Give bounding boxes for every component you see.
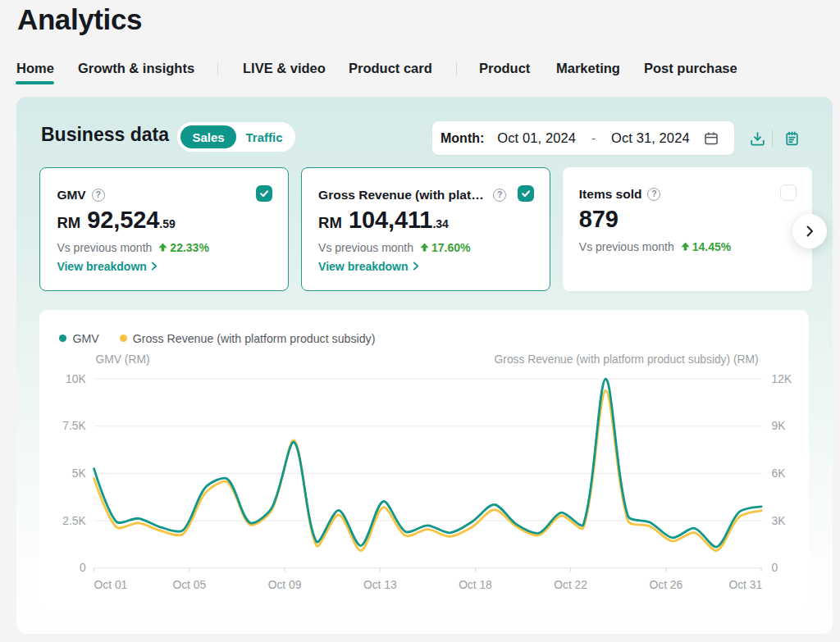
view-breakdown-label: View breakdown bbox=[318, 260, 408, 273]
line-chart: GMV (RM)Gross Revenue (with platform pro… bbox=[39, 310, 808, 610]
download-icon bbox=[750, 131, 765, 147]
calendar-icon bbox=[704, 131, 719, 146]
business-data-chart-card: GMV Gross Revenue (with platform product… bbox=[39, 310, 809, 610]
metric-checkbox-unchecked[interactable] bbox=[780, 184, 797, 201]
date-range-start: Oct 01, 2024 bbox=[497, 130, 576, 146]
date-range-picker[interactable]: Month: Oct 01, 2024 - Oct 31, 2024 bbox=[432, 121, 734, 155]
x-axis-label: Oct 22 bbox=[555, 578, 588, 590]
chevron-right-icon bbox=[803, 225, 816, 238]
left-axis-tick-label: 5K bbox=[72, 467, 87, 480]
currency-prefix: RM bbox=[57, 214, 80, 232]
header-icon-divider bbox=[772, 130, 773, 147]
help-icon[interactable]: ? bbox=[493, 189, 506, 202]
date-range-end: Oct 31, 2024 bbox=[611, 130, 690, 146]
metric-value-row: RM 104,411 .34 bbox=[318, 207, 449, 234]
vs-label: Vs previous month bbox=[318, 241, 413, 254]
report-button[interactable] bbox=[781, 128, 802, 149]
date-range-separator: - bbox=[591, 131, 596, 145]
view-breakdown-link[interactable]: View breakdown bbox=[57, 260, 157, 273]
report-icon bbox=[784, 131, 800, 147]
left-axis-tick-label: 7.5K bbox=[63, 420, 87, 432]
metric-value-decimals: .59 bbox=[159, 217, 175, 230]
right-axis-tick-label: 6K bbox=[772, 467, 787, 480]
up-arrow-icon bbox=[420, 243, 429, 252]
view-breakdown-label: View breakdown bbox=[57, 260, 146, 273]
tab-live-video[interactable]: LIVE & video bbox=[243, 61, 326, 76]
right-axis-title: Gross Revenue (with platform product sub… bbox=[495, 353, 759, 366]
left-axis-title: GMV (RM) bbox=[96, 353, 150, 366]
metric-title-row: GMV ? bbox=[57, 188, 245, 203]
download-button[interactable] bbox=[746, 128, 768, 149]
metric-value: 104,411 bbox=[349, 207, 433, 234]
panel-title: Business data bbox=[41, 124, 169, 146]
metric-title-row: Items sold ? bbox=[579, 187, 769, 202]
tab-product-card[interactable]: Product card bbox=[349, 61, 432, 76]
tab-product[interactable]: Product bbox=[479, 61, 530, 76]
left-axis-tick-label: 10K bbox=[66, 372, 86, 385]
metric-title-row: Gross Revenue (with platform product sub… bbox=[318, 188, 507, 203]
page-title: Analytics bbox=[17, 3, 142, 36]
tab-post-purchase[interactable]: Post purchase bbox=[644, 61, 737, 76]
vs-label: Vs previous month bbox=[57, 241, 152, 254]
metric-vs-row: Vs previous month 17.60% bbox=[318, 241, 470, 254]
change-percent: 22.33% bbox=[170, 241, 208, 254]
change-percent: 17.60% bbox=[431, 241, 470, 254]
right-axis-tick-label: 0 bbox=[772, 562, 778, 574]
currency-prefix: RM bbox=[318, 214, 342, 232]
vs-label: Vs previous month bbox=[579, 240, 674, 253]
change-percent: 14.45% bbox=[692, 240, 731, 253]
toggle-sales[interactable]: Sales bbox=[180, 125, 236, 148]
view-breakdown-link[interactable]: View breakdown bbox=[318, 260, 418, 273]
x-axis-label: Oct 09 bbox=[268, 578, 302, 590]
gross-revenue-line bbox=[94, 390, 762, 550]
active-tab-underline bbox=[16, 81, 54, 84]
tab-home[interactable]: Home bbox=[16, 61, 54, 76]
metric-title: Items sold bbox=[579, 187, 642, 202]
metric-value-decimals: .34 bbox=[432, 217, 448, 230]
gmv-line bbox=[94, 379, 762, 547]
x-axis-label: Oct 05 bbox=[173, 578, 207, 590]
x-axis-label: Oct 31 bbox=[729, 578, 763, 590]
right-axis-tick-label: 12K bbox=[772, 372, 792, 385]
tab-group-divider bbox=[456, 62, 457, 75]
metric-value: 879 bbox=[579, 206, 619, 233]
left-axis-tick-label: 0 bbox=[80, 562, 86, 574]
metric-card-gross-revenue[interactable]: Gross Revenue (with platform product sub… bbox=[301, 167, 550, 291]
toggle-traffic[interactable]: Traffic bbox=[236, 125, 292, 148]
x-axis-label: Oct 01 bbox=[94, 578, 128, 590]
tab-marketing[interactable]: Marketing bbox=[556, 61, 620, 76]
metric-checkbox-checked[interactable] bbox=[518, 185, 534, 202]
tab-group-divider bbox=[217, 62, 218, 75]
metric-checkbox-checked[interactable] bbox=[256, 185, 272, 202]
metric-value-row: RM 92,524 .59 bbox=[57, 207, 175, 234]
carousel-next-button[interactable] bbox=[792, 214, 827, 248]
metric-card-gmv[interactable]: GMV ? RM 92,524 .59 Vs previous month 22… bbox=[39, 167, 289, 291]
right-axis-tick-label: 9K bbox=[772, 420, 787, 432]
metric-value: 92,524 bbox=[87, 207, 159, 234]
sales-traffic-toggle: Sales Traffic bbox=[177, 122, 295, 152]
metric-vs-row: Vs previous month 22.33% bbox=[57, 241, 208, 254]
metric-title: GMV bbox=[57, 188, 85, 203]
x-axis-label: Oct 13 bbox=[363, 578, 397, 590]
date-picker-label: Month: bbox=[441, 131, 484, 146]
metric-card-items-sold[interactable]: Items sold ? 879 Vs previous month 14.45… bbox=[563, 167, 812, 291]
x-axis-label: Oct 26 bbox=[650, 578, 683, 590]
metric-title: Gross Revenue (with platform product sub… bbox=[318, 188, 487, 203]
tab-growth-insights[interactable]: Growth & insights bbox=[78, 61, 194, 76]
x-axis-label: Oct 18 bbox=[459, 578, 493, 590]
metric-vs-row: Vs previous month 14.45% bbox=[579, 240, 731, 253]
left-axis-tick-label: 2.5K bbox=[63, 514, 87, 526]
up-arrow-icon bbox=[681, 242, 690, 251]
tab-bar: Home Growth & insights LIVE & video Prod… bbox=[0, 59, 840, 80]
metric-value-row: 879 bbox=[579, 206, 619, 233]
right-axis-tick-label: 3K bbox=[772, 514, 787, 526]
business-data-panel: Business data Sales Traffic Month: Oct 0… bbox=[16, 97, 833, 634]
help-icon[interactable]: ? bbox=[92, 189, 105, 202]
help-icon[interactable]: ? bbox=[647, 188, 660, 201]
up-arrow-icon bbox=[158, 243, 167, 252]
